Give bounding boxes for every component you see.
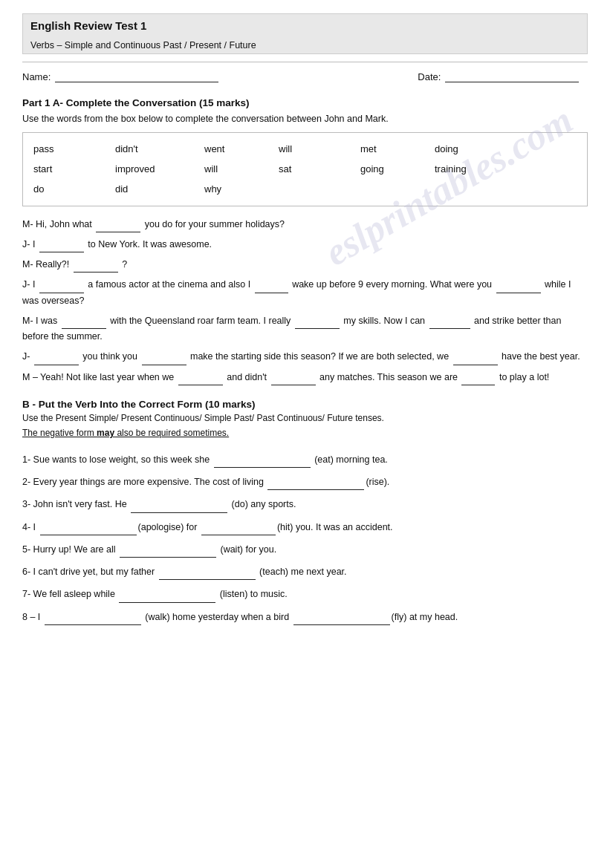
- word-box: pass didn't went will met doing start im…: [22, 132, 588, 206]
- word-went: went: [204, 139, 279, 159]
- ex3-num: 3-: [22, 499, 30, 509]
- word-training: training: [435, 159, 516, 179]
- word-do: do: [33, 179, 115, 199]
- ex5-num: 5-: [22, 544, 30, 555]
- exercise-7: 7- We fell asleep while (listen) to musi…: [22, 587, 588, 602]
- blank-3[interactable]: [74, 262, 118, 273]
- ex4-num: 4-: [22, 522, 30, 532]
- name-label: Name:: [22, 71, 51, 82]
- word-met: met: [360, 139, 435, 159]
- conv-line-1: M- Hi, John what you do for your summer …: [22, 217, 588, 232]
- blank-13[interactable]: [178, 375, 223, 385]
- exercise-2: 2- Every year things are more expensive.…: [22, 474, 588, 490]
- conv-line-5: M- I was with the Queensland roar farm t…: [22, 313, 588, 345]
- blank-8[interactable]: [295, 319, 340, 329]
- blank-12[interactable]: [453, 355, 498, 365]
- part1-instruction: Use the words from the box below to comp…: [22, 112, 588, 126]
- part-b-instruction1: Use the Present Simple/ Present Continuo…: [22, 411, 588, 425]
- ex7-blank[interactable]: [119, 593, 215, 603]
- ex3-blank[interactable]: [131, 503, 227, 513]
- name-blank[interactable]: [55, 72, 218, 82]
- word-sat: sat: [279, 159, 360, 179]
- conv-line-3: M- Really?! ?: [22, 257, 588, 273]
- exercise-4: 4- I (apologise) for (hit) you. It was a…: [22, 520, 588, 535]
- exercise-6: 6- I can't drive yet, but my father (tea…: [22, 564, 588, 580]
- exercise-1: 1- Sue wants to lose weight, so this wee…: [22, 452, 588, 468]
- exercise-5: 5- Hurry up! We are all (wait) for you.: [22, 542, 588, 558]
- name-date-row: Name: Date:: [22, 67, 588, 87]
- ex6-blank[interactable]: [159, 570, 256, 580]
- blank-15[interactable]: [461, 375, 495, 385]
- date-field: Date:: [418, 71, 580, 82]
- conv-line-6: J- you think you make the starting side …: [22, 349, 588, 365]
- exercise-8: 8 – I (walk) home yesterday when a bird …: [22, 610, 588, 625]
- conv-line-2: J- I to New York. It was awesome.: [22, 237, 588, 252]
- conv-line-7: M – Yeah! Not like last year when we and…: [22, 370, 588, 385]
- part-b-underline: The negative form may also be required s…: [22, 428, 229, 438]
- subtitle-bar: Verbs – Simple and Continuous Past / Pre…: [22, 37, 588, 54]
- ex1-num: 1-: [22, 454, 30, 465]
- part-b-instruction2: The negative form may also be required s…: [22, 426, 588, 440]
- blank-6[interactable]: [496, 283, 541, 293]
- divider-1: [22, 62, 588, 62]
- word-box-row-3: do did why: [33, 179, 577, 199]
- ex5-blank[interactable]: [120, 547, 216, 558]
- word-will1: will: [279, 139, 360, 159]
- ex2-num: 2-: [22, 477, 30, 487]
- date-blank[interactable]: [445, 72, 579, 82]
- word-start: start: [33, 159, 115, 179]
- word-didnt: didn't: [115, 139, 204, 159]
- part1-title: Part 1 A- Complete the Conversation (15 …: [22, 97, 588, 108]
- ex8-blank2[interactable]: [293, 615, 390, 625]
- ex7-num: 7-: [22, 589, 30, 599]
- word-box-row-1: pass didn't went will met doing: [33, 139, 577, 159]
- name-field: Name:: [22, 71, 220, 82]
- ex1-blank[interactable]: [214, 457, 311, 468]
- date-label: Date:: [418, 71, 441, 82]
- exercise-3: 3- John isn't very fast. He (do) any spo…: [22, 497, 588, 512]
- blank-10[interactable]: [34, 355, 79, 365]
- ex8-num: 8 –: [22, 612, 35, 622]
- page: eslprintables.com English Review Test 1 …: [0, 0, 610, 868]
- subtitle-text: Verbs – Simple and Continuous Past / Pre…: [30, 40, 256, 50]
- blank-4[interactable]: [39, 283, 84, 293]
- word-improved: improved: [115, 159, 204, 179]
- word-did: did: [115, 179, 204, 199]
- word-box-row-2: start improved will sat going training: [33, 159, 577, 179]
- blank-7[interactable]: [62, 319, 106, 329]
- ex4-blank1[interactable]: [40, 525, 137, 535]
- word-going: going: [360, 159, 435, 179]
- ex6-num: 6-: [22, 567, 30, 577]
- blank-2[interactable]: [39, 242, 84, 252]
- ex2-blank[interactable]: [267, 480, 364, 490]
- title-bar: English Review Test 1: [22, 13, 588, 37]
- word-why: why: [204, 179, 279, 199]
- word-will2: will: [204, 159, 279, 179]
- word-pass: pass: [33, 139, 115, 159]
- blank-9[interactable]: [429, 319, 470, 329]
- ex4-blank2[interactable]: [201, 525, 276, 535]
- conv-line-4: J- I a famous actor at the cinema and al…: [22, 277, 588, 309]
- blank-14[interactable]: [271, 375, 316, 385]
- word-doing: doing: [435, 139, 516, 159]
- blank-11[interactable]: [142, 355, 186, 365]
- page-title: English Review Test 1: [30, 19, 146, 32]
- part-b-title: B - Put the Verb Into the Correct Form (…: [22, 399, 588, 410]
- blank-5[interactable]: [255, 283, 288, 293]
- ex8-blank1[interactable]: [45, 615, 141, 625]
- blank-1[interactable]: [96, 222, 140, 232]
